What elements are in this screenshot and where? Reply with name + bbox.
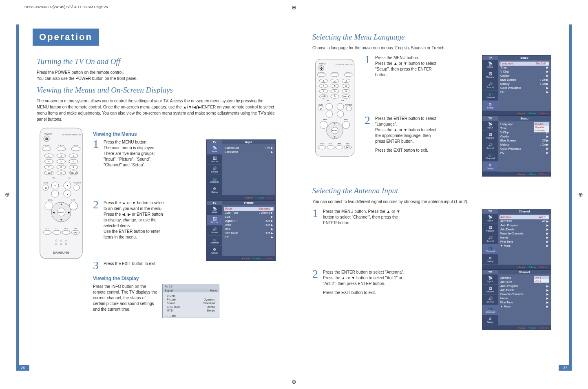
svg-text:INFO: INFO: [71, 199, 75, 201]
step-3-text: Press the EXIT button to exit.: [104, 261, 276, 267]
paragraph-power: Press the POWER button on the remote con…: [37, 69, 276, 82]
svg-text:⏻: ⏻: [45, 137, 48, 140]
svg-point-45: [74, 185, 80, 190]
svg-text:▼: ▼: [334, 136, 336, 138]
svg-text:+100: +100: [321, 95, 326, 97]
svg-text:⏻: ⏻: [320, 67, 323, 70]
svg-text:9: 9: [345, 90, 347, 93]
step-1-text: Press the MENU button. The main menu is …: [104, 139, 165, 168]
svg-text:MODE: MODE: [346, 72, 351, 74]
crop-mark-top: ⊕: [292, 4, 296, 11]
svg-point-62: [43, 230, 51, 234]
svg-text:EXIT: EXIT: [46, 228, 49, 230]
heading-antenna-input: Selecting the Antenna Input: [312, 186, 551, 195]
paragraph-viewing-menus: The on-screen menu system allows you to …: [37, 98, 276, 122]
svg-text:0: 0: [334, 95, 335, 97]
svg-text:◀: ◀: [53, 211, 55, 214]
svg-text:P.MODE: P.MODE: [43, 144, 50, 146]
subheading-viewing-menus: Viewing the Menus: [93, 131, 276, 137]
blue-stripe-right: [569, 24, 572, 369]
info-display-box: Air 12 Signal Mono V-ChipPictureDynamicS…: [162, 284, 219, 318]
ant-step-2-number: 2: [312, 270, 320, 278]
svg-text:INFO: INFO: [344, 119, 348, 121]
svg-point-125: [320, 121, 327, 128]
svg-point-137: [336, 146, 343, 149]
lang-step-2-text: Press the ENTER button to select "Langua…: [375, 116, 436, 153]
heading-menu-language: Selecting the Menu Language: [312, 33, 551, 42]
svg-text:((●)): ((●)): [73, 231, 77, 234]
step-2-text: Press the ▲ or ▼ button to select to an …: [104, 200, 165, 240]
svg-text:▲: ▲: [60, 203, 62, 206]
svg-text:⊘: ⊘: [320, 108, 322, 110]
lang-step-1-text: Press the MENU button. Press the ▲ or ▼ …: [375, 55, 436, 78]
svg-point-118: [326, 103, 333, 110]
tv-menu-picture: TVPicture📡Input🖼Picture🔊Sound📺Channel⚙Se…: [206, 200, 276, 261]
svg-text:∨: ∨: [66, 192, 69, 195]
svg-text:MODE: MODE: [73, 144, 78, 146]
svg-point-120: [346, 106, 351, 111]
heading-viewing-menus-osd: Viewing the Menus and On-Screen Displays: [37, 86, 276, 95]
svg-point-10: [71, 147, 80, 151]
svg-text:3: 3: [345, 80, 347, 82]
page-27: Selecting the Menu Language Choose a lan…: [300, 20, 564, 369]
svg-text:VOL: VOL: [327, 100, 329, 102]
svg-text:ENTER: ENTER: [58, 211, 64, 213]
paragraph-display-info: Press the INFO button on the remote cont…: [93, 284, 158, 312]
svg-point-133: [318, 146, 326, 149]
remote-control-illustration: POWER ⏻ TV STB VCR CABLE DVD P.MODE S.MO…: [37, 126, 86, 262]
svg-point-126: [342, 121, 349, 128]
subheading-viewing-display: Viewing the Display: [93, 276, 276, 281]
crop-mark-bottom: ⊕: [292, 378, 296, 385]
svg-point-66: [62, 230, 70, 234]
svg-text:((●)): ((●)): [346, 146, 350, 148]
step-2-number: 2: [93, 200, 100, 209]
svg-text:SAMSUNG: SAMSUNG: [53, 251, 70, 254]
svg-text:SRS: SRS: [74, 228, 77, 230]
tv-menu-setup-1: TVSetup📡Input🖼Picture🔊Sound📺Channel⚙Setu…: [482, 55, 551, 116]
svg-text:5: 5: [334, 85, 335, 87]
svg-text:7: 7: [323, 90, 324, 93]
svg-text:TV/VIDEO: TV/VIDEO: [345, 104, 352, 106]
svg-text:POWER: POWER: [44, 133, 52, 135]
crop-mark-right: ⊕: [578, 191, 583, 198]
tv-menu-setup-2: TVSetup📡Input🖼Picture🔊Sound📺Channel⚙Setu…: [482, 116, 551, 177]
svg-text:MTS: MTS: [64, 228, 68, 230]
svg-point-8: [42, 147, 51, 151]
info-time: -- : -- am: [163, 314, 219, 318]
svg-text:8: 8: [334, 90, 335, 93]
svg-text:MUTE: MUTE: [319, 104, 323, 106]
svg-text:STILL: STILL: [329, 143, 333, 145]
step-3-number: 3: [93, 261, 100, 270]
svg-text:CH: CH: [342, 100, 344, 102]
svg-text:−: −: [54, 192, 56, 195]
ant-step-1-number: 1: [312, 209, 320, 218]
svg-text:6: 6: [345, 85, 347, 87]
svg-text:TV  STB  VCR  CABLE  DVD: TV STB VCR CABLE DVD: [62, 134, 81, 136]
svg-text:▼: ▼: [60, 219, 62, 221]
page-26: BP68-00283A-02(24~45) 5/6/04 11:33 AM Pa…: [24, 20, 288, 369]
ant-step-2-text: Press the ENTER button to select "Antenn…: [323, 270, 413, 296]
svg-text:VOL: VOL: [52, 177, 56, 179]
svg-point-9: [57, 147, 66, 151]
page-number-27: 27: [559, 365, 572, 371]
paragraph-antenna: You can connect to two different signal …: [312, 199, 551, 205]
svg-point-122: [337, 111, 344, 117]
svg-text:4: 4: [323, 85, 324, 87]
svg-text:SRS: SRS: [346, 143, 349, 145]
tv-menu-channel-2: TVChannel📡Input🖼Picture🔊Sound📺Channel⚙Se…: [482, 270, 551, 330]
svg-text:TV/VIDEO: TV/VIDEO: [73, 182, 81, 184]
tv-menu-input: TVInput📡Input🖼Picture🔊Sound📺Channel⚙Setu…: [206, 139, 276, 200]
svg-text:TV STB VCR CABLE DVD: TV STB VCR CABLE DVD: [336, 64, 354, 66]
step-1-number: 1: [93, 139, 100, 148]
svg-point-135: [327, 146, 334, 149]
svg-text:MUTE: MUTE: [44, 182, 49, 184]
svg-text:⊘: ⊘: [45, 187, 47, 189]
heading-turning-on-off: Turning the TV On and Off: [37, 57, 276, 66]
svg-text:S.MODE: S.MODE: [332, 72, 338, 74]
blue-stripe-left: [16, 24, 19, 369]
svg-text:MENU: MENU: [323, 119, 327, 121]
svg-text:+100: +100: [46, 172, 52, 174]
info-signal-label: Signal: [165, 289, 172, 292]
svg-text:EXIT: EXIT: [321, 143, 324, 145]
svg-text:MTS: MTS: [338, 143, 341, 145]
